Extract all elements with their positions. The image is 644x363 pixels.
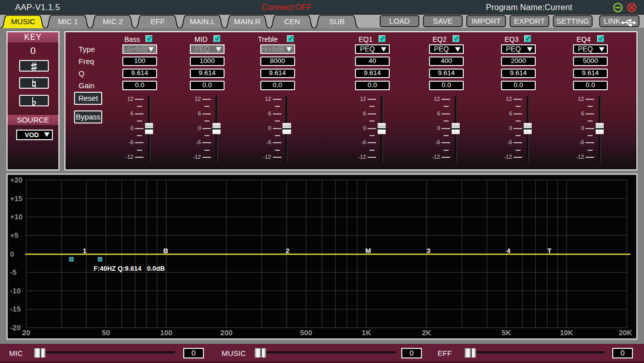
svg-text:-5: -5	[10, 268, 17, 276]
svg-text:F:40HZ Q:9.614: F:40HZ Q:9.614	[94, 265, 141, 272]
svg-text:MIC 2: MIC 2	[103, 17, 123, 26]
svg-text:1: 1	[83, 247, 87, 255]
svg-text:1K: 1K	[362, 329, 371, 337]
svg-text:100: 100	[160, 329, 172, 337]
svg-text:4: 4	[507, 247, 511, 255]
svg-text:2: 2	[285, 247, 290, 255]
svg-text:+10: +10	[10, 213, 23, 221]
svg-text:+20: +20	[10, 176, 23, 184]
svg-text:+5: +5	[10, 231, 19, 239]
svg-text:SUB: SUB	[329, 17, 345, 26]
svg-text:2K: 2K	[422, 329, 432, 337]
svg-text:MAIN.R: MAIN.R	[234, 17, 261, 26]
svg-text:+15: +15	[10, 195, 23, 203]
svg-text:T: T	[547, 247, 552, 255]
svg-text:20: 20	[22, 329, 30, 337]
svg-text:20K: 20K	[619, 329, 632, 337]
svg-text:B: B	[163, 247, 168, 255]
svg-text:0.0dB: 0.0dB	[147, 265, 165, 272]
svg-text:0: 0	[10, 250, 14, 258]
svg-text:-10: -10	[10, 287, 21, 295]
svg-text:M: M	[365, 247, 371, 255]
svg-text:500: 500	[300, 329, 312, 337]
svg-text:CEN: CEN	[284, 17, 300, 26]
svg-text:200: 200	[221, 329, 233, 337]
svg-text:-15: -15	[10, 305, 21, 313]
svg-text:10K: 10K	[560, 329, 574, 337]
svg-text:5K: 5K	[502, 329, 511, 337]
svg-text:EFF: EFF	[151, 17, 165, 26]
svg-text:50: 50	[102, 329, 110, 337]
svg-text:-20: -20	[10, 324, 21, 332]
svg-text:3: 3	[426, 247, 431, 255]
svg-text:MAIN.L: MAIN.L	[190, 17, 215, 26]
svg-text:MUSIC: MUSIC	[11, 17, 36, 26]
svg-text:MIC 1: MIC 1	[58, 17, 78, 26]
